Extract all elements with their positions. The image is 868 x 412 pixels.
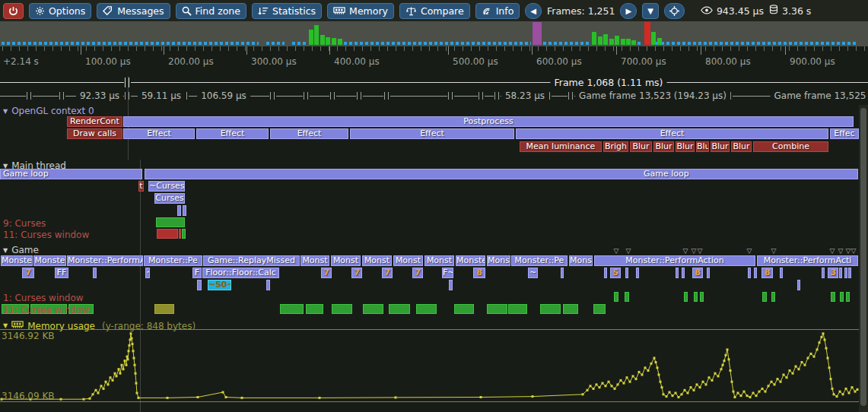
message-marker-icon[interactable]: ▽ [830,248,835,255]
zone-mons[interactable]: Mons [569,255,593,266]
lock-bar[interactable] [389,304,410,314]
zone-postprocess[interactable]: Postprocess [123,116,854,127]
lock-bar[interactable] [840,292,844,302]
zone-8[interactable]: 8 [692,268,703,278]
zone-game-loop[interactable]: Game loop [0,169,142,179]
lock-bar[interactable] [156,217,185,227]
message-marker-icon[interactable]: ▽ [846,248,851,255]
zone-sliver[interactable] [839,268,842,278]
zone-7[interactable]: 7 [412,268,423,278]
zone-mons[interactable]: Mons [487,255,510,266]
find-zone-button[interactable]: Find zone [176,3,246,19]
message-marker-icon[interactable]: ▽ [614,248,619,255]
zone-floor-floor-calc[interactable]: Floor::Floor::Calc [202,268,279,278]
zone-sliver[interactable] [844,268,847,278]
next-frame-button[interactable]: ▶ [620,3,637,19]
zone-sliver[interactable] [604,268,607,278]
zone-t[interactable]: t [138,181,144,192]
lock-bar[interactable] [454,304,474,314]
zone-sliver[interactable] [266,280,270,290]
prev-frame-button[interactable]: ◀ [525,3,542,19]
zone-sliver[interactable] [797,280,800,290]
zone-monster-performacti[interactable]: Monster::PerformActi [757,255,858,266]
zone-monster-performaction[interactable]: Monster::PerformAction [594,255,755,266]
zone-[interactable]: ~ [528,268,538,278]
gpu-section-header[interactable]: ▼ OpenGL context 0 [3,106,94,116]
zone-7[interactable]: 7 [321,268,332,278]
lock-bar[interactable] [157,229,178,239]
zone-7[interactable]: 7 [351,268,362,278]
zone-7[interactable]: 7 [22,268,34,278]
zone-game-replaymissed[interactable]: Game::ReplayMissed [203,255,300,266]
zone-sliver[interactable] [561,268,564,278]
zone-monst[interactable]: Monst [362,255,392,266]
zone-sliver[interactable] [636,268,639,278]
zone-effect[interactable]: Effect [270,128,348,139]
zone-curses[interactable]: ~Curses [148,181,185,192]
lock-bar[interactable] [831,292,835,302]
zone-game-loop[interactable]: Game loop [145,169,858,179]
zone-sliver[interactable] [676,268,679,278]
zone-50[interactable]: ~50~ [208,280,231,290]
zone-8[interactable]: 8 [473,268,485,278]
lock-bar[interactable] [179,229,181,239]
lock-bar[interactable] [540,304,561,314]
zone-blur[interactable]: Blur [731,141,752,152]
lock-bar[interactable] [68,304,94,314]
zone-monster-pe[interactable]: Monster::Pe [144,255,202,266]
zone-5[interactable]: 5 [610,268,621,278]
statistics-button[interactable]: Statistics [252,3,322,19]
lock-bar[interactable] [416,304,437,314]
focus-frame-button[interactable] [664,3,685,19]
lock-bar[interactable] [363,304,383,314]
zone-effect[interactable]: Effect [516,128,828,139]
lock-bar[interactable] [563,304,578,314]
zone-3[interactable]: 3 [828,268,838,278]
zone-ff[interactable]: FF [55,268,68,278]
zone-[interactable]: ~ [145,268,150,278]
zone-sliver[interactable] [822,268,825,278]
scrollbar-thumb[interactable] [860,108,866,406]
lock-bar[interactable] [614,292,618,302]
zone-sliver[interactable] [197,280,202,290]
zone-monst[interactable]: Monst [300,255,329,266]
zone-effect[interactable]: Effect [196,128,269,139]
zone-sliver[interactable] [449,280,453,290]
message-marker-icon[interactable]: ▽ [851,248,857,255]
lock-bar[interactable] [280,304,304,314]
zone-mean-luminance[interactable]: Mean luminance [520,141,602,152]
zone-curses[interactable]: Curses [154,193,185,204]
zone-sliver[interactable] [707,268,710,278]
zone-draw-calls[interactable]: Draw calls [67,128,122,139]
zone-monster-pe[interactable]: Monster::Pe [511,255,568,266]
lock-bar[interactable] [684,292,688,302]
zone-blur[interactable]: Blur [630,141,652,152]
zone-combine[interactable]: Combine [753,141,828,152]
zone-blur[interactable]: Blur [676,141,695,152]
lock-bar[interactable] [332,304,352,314]
zone-monst[interactable]: Monst [331,255,361,266]
lock-bar[interactable] [762,292,767,302]
zone-sliver[interactable] [625,268,628,278]
lock-bar[interactable] [593,304,606,314]
message-marker-icon[interactable]: ▽ [838,248,844,255]
zone-monst[interactable]: Monst [393,255,423,266]
memory-button[interactable]: Memory [327,3,394,19]
memory-plot[interactable] [0,328,859,404]
zone-sliver[interactable] [682,268,685,278]
lock-bar[interactable] [306,304,323,314]
message-marker-icon[interactable]: ▽ [771,248,777,255]
lock-bar[interactable] [700,292,704,302]
frame-overview[interactable] [0,21,868,46]
zone-blur[interactable]: Blur [696,141,709,152]
message-marker-icon[interactable]: ▽ [692,248,697,255]
zone-sliver[interactable] [754,268,757,278]
zone-monste[interactable]: Monste [1,255,33,266]
message-marker-icon[interactable]: ▽ [747,248,752,255]
messages-button[interactable]: Messages [97,3,170,19]
message-marker-icon[interactable]: ▽ [698,248,703,255]
lock-bar[interactable] [154,304,174,314]
zone-7[interactable]: 7 [382,268,393,278]
zone-effec[interactable]: Effec [830,128,859,139]
zone-monste[interactable]: Monste [33,255,66,266]
